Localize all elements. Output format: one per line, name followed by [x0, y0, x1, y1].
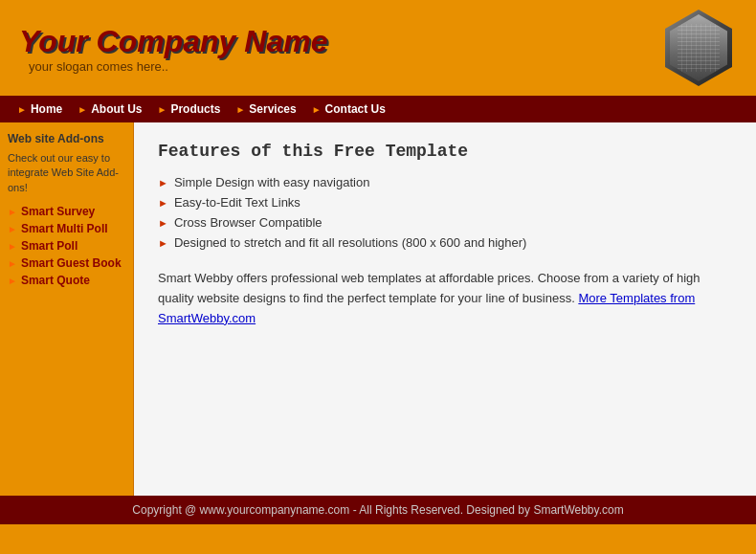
company-logo	[660, 5, 737, 91]
nav-products[interactable]: ► Products	[149, 102, 228, 116]
nav-home-label: Home	[31, 102, 62, 116]
nav-services[interactable]: ► Services	[228, 102, 303, 116]
list-arrow-icon: ►	[158, 217, 168, 229]
sidebar-item-smart-quote[interactable]: ► Smart Quote	[8, 274, 125, 287]
nav-contact-label: Contact Us	[325, 102, 386, 116]
navigation-bar: ► Home ► About Us ► Products ► Services …	[0, 96, 756, 122]
bullet-icon: ►	[8, 207, 17, 217]
nav-home[interactable]: ► Home	[10, 102, 70, 116]
content-title: Features of this Free Template	[158, 142, 732, 161]
bullet-icon: ►	[8, 224, 17, 234]
feature-item-2: ► Easy-to-Edit Text Links	[158, 195, 732, 210]
bullet-icon: ►	[8, 276, 17, 286]
footer-text: Copyright @ www.yourcompanyname.com - Al…	[132, 503, 623, 517]
nav-arrow-contact: ►	[312, 104, 322, 115]
features-list: ► Simple Design with easy navigation ► E…	[158, 175, 732, 250]
feature-text-1: Simple Design with easy navigation	[174, 175, 370, 189]
bullet-icon: ►	[8, 258, 17, 269]
nav-arrow-home: ►	[17, 104, 27, 115]
sidebar-description: Check out our easy to integrate Web Site…	[8, 151, 125, 195]
nav-products-label: Products	[170, 102, 220, 116]
company-name: Your Company Name	[19, 10, 737, 59]
sidebar-link-label: Smart Quote	[21, 274, 90, 287]
list-arrow-icon: ►	[158, 197, 168, 209]
nav-contact[interactable]: ► Contact Us	[304, 102, 393, 116]
sidebar-link-label: Smart Poll	[21, 239, 78, 253]
nav-arrow-products: ►	[157, 104, 167, 115]
feature-item-3: ► Cross Browser Compatible	[158, 215, 732, 230]
company-slogan: your slogan comes here..	[19, 59, 737, 74]
nav-services-label: Services	[249, 102, 296, 116]
content-description: Smart Webby offers professional web temp…	[158, 269, 732, 328]
sidebar-link-label: Smart Survey	[21, 205, 95, 218]
nav-about[interactable]: ► About Us	[70, 102, 149, 116]
sidebar-item-smart-guest-book[interactable]: ► Smart Guest Book	[8, 256, 125, 270]
sidebar-title: Web site Add-ons	[8, 132, 125, 145]
feature-text-3: Cross Browser Compatible	[174, 215, 322, 230]
sidebar-link-label: Smart Guest Book	[21, 256, 122, 270]
feature-text-2: Easy-to-Edit Text Links	[174, 195, 300, 210]
nav-about-label: About Us	[91, 102, 142, 116]
bullet-icon: ►	[8, 241, 17, 252]
list-arrow-icon: ►	[158, 177, 168, 188]
main-wrapper: Web site Add-ons Check out our easy to i…	[0, 122, 756, 496]
main-content: Features of this Free Template ► Simple …	[134, 122, 756, 496]
sidebar-item-smart-poll[interactable]: ► Smart Poll	[8, 239, 125, 253]
feature-item-1: ► Simple Design with easy navigation	[158, 175, 732, 189]
page-footer: Copyright @ www.yourcompanyname.com - Al…	[0, 496, 756, 524]
sidebar: Web site Add-ons Check out our easy to i…	[0, 122, 134, 496]
list-arrow-icon: ►	[158, 237, 168, 249]
sidebar-item-smart-survey[interactable]: ► Smart Survey	[8, 205, 125, 218]
sidebar-link-label: Smart Multi Poll	[21, 222, 108, 235]
feature-text-4: Designed to stretch and fit all resoluti…	[174, 235, 527, 250]
page-header: Your Company Name your slogan comes here…	[0, 0, 756, 96]
nav-arrow-services: ►	[235, 104, 245, 115]
sidebar-item-smart-multi-poll[interactable]: ► Smart Multi Poll	[8, 222, 125, 235]
feature-item-4: ► Designed to stretch and fit all resolu…	[158, 235, 732, 250]
nav-arrow-about: ►	[78, 104, 87, 115]
